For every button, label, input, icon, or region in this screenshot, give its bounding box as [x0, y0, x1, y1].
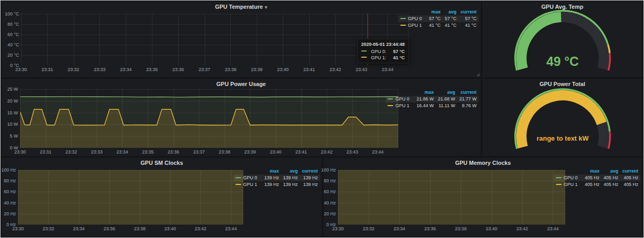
legend-series-gpu-1[interactable]: GPU 1: [554, 181, 583, 188]
legend-series-gpu-0[interactable]: GPU 0: [398, 15, 427, 22]
x-axis-label: 23:34: [69, 226, 89, 231]
panel-header[interactable]: GPU SM Clocks: [2, 158, 322, 168]
legend-series-gpu-0[interactable]: GPU 0: [385, 96, 414, 103]
x-axis-label: 23:32: [38, 226, 59, 231]
y-axis-label: 10 W: [1, 122, 18, 127]
legend-row: GPU 0 139 Hz 139 Hz 139 Hz: [233, 175, 320, 181]
legend-header-max[interactable]: max: [583, 168, 602, 175]
x-axis-label: 23:37: [194, 67, 215, 72]
legend-header-avg[interactable]: avg: [601, 168, 620, 175]
legend-current-value: 21.77 W: [457, 96, 479, 103]
x-axis-label: 23:31: [36, 149, 56, 155]
x-axis-label: 23:39: [246, 67, 267, 72]
y-axis-label: 60 Hz: [0, 189, 16, 194]
gauge-value-text: range to text kW: [536, 134, 589, 142]
x-axis-label: 23:41: [291, 149, 312, 155]
panel-gpu-memory-clocks: GPU Memory Clocks max avg current GPU 0 …: [324, 158, 642, 236]
tooltip-row: GPU 1:41 °C: [361, 55, 405, 61]
x-axis-label: 23:34: [115, 67, 136, 72]
legend-series-gpu-0[interactable]: GPU 0: [554, 175, 583, 181]
panel-header[interactable]: GPU Avg. Temp: [482, 2, 642, 12]
panel-gpu-sm-clocks: GPU SM Clocks max avg current GPU 0 139 …: [2, 158, 322, 236]
legend-avg-value: 405 Hz: [601, 175, 620, 181]
tooltip-series-name: GPU 0:: [371, 48, 386, 55]
panel-gpu-power-usage: GPU Power Usage max avg current GPU 0 21…: [2, 79, 481, 156]
x-axis-label: 23:40: [265, 149, 286, 155]
series-swatch-icon: [387, 105, 393, 106]
legend-series-gpu-1[interactable]: GPU 1: [233, 181, 262, 188]
x-axis-label: 23:40: [160, 226, 180, 231]
panel-header[interactable]: GPU Temperature▾: [2, 2, 481, 12]
legend-header-avg[interactable]: avg: [281, 168, 300, 175]
series-swatch-icon: [235, 177, 241, 178]
x-axis-label: 23:34: [389, 226, 410, 231]
legend-series-gpu-0[interactable]: GPU 0: [233, 175, 262, 181]
panel-title[interactable]: GPU Avg. Temp: [541, 4, 584, 10]
legend-series-gpu-1[interactable]: GPU 1: [385, 103, 414, 109]
legend-header-max[interactable]: max: [262, 168, 281, 175]
legend-header-current[interactable]: current: [620, 168, 640, 175]
x-axis-label: 23:30: [10, 149, 30, 155]
series-swatch-icon: [235, 184, 241, 185]
y-axis-label: 40 Hz: [318, 200, 336, 206]
gauge-gpu-power-total: range to text kW: [506, 87, 619, 152]
legend-header-current[interactable]: current: [300, 168, 320, 175]
x-axis-label: 23:37: [189, 149, 209, 155]
series-fills: [338, 170, 565, 225]
legend-max-value: 21.86 W: [414, 96, 436, 103]
y-axis-label: 15 W: [1, 110, 18, 115]
legend-header-avg[interactable]: avg: [436, 89, 457, 96]
legend-current-value: 41 °C: [459, 22, 479, 29]
legend-row: GPU 0 57 °C 57 °C 57 °C: [398, 15, 479, 22]
series-swatch-icon: [361, 57, 367, 58]
legend-header-max[interactable]: max: [414, 89, 436, 96]
chart-canvas: [21, 14, 409, 65]
tooltip-series-name: GPU 1:: [371, 55, 386, 61]
legend-avg-value: 11.11 W: [436, 103, 457, 109]
chart-plot-area[interactable]: [18, 170, 243, 225]
y-axis-label: 80 Hz: [318, 178, 336, 183]
grafana-dashboard: GPU Temperature▾ max avg current GPU 0 5…: [0, 0, 644, 238]
x-axis-label: 23:36: [420, 226, 440, 231]
chart-tooltip: 2020-05-01 23:44:48 GPU 0:57 °C GPU 1:41…: [357, 39, 409, 63]
x-axis-label: 23:40: [481, 226, 502, 231]
legend-header-row: max avg current: [233, 168, 320, 175]
panel-resize-handle[interactable]: [476, 73, 480, 76]
legend-table: max avg current GPU 0 139 Hz 139 Hz 139 …: [233, 168, 320, 188]
chart-plot-area[interactable]: [338, 170, 565, 225]
panel-header[interactable]: GPU Power Usage: [2, 79, 481, 90]
x-axis-label: 23:41: [299, 67, 319, 72]
legend-header-row: max avg current: [554, 168, 640, 175]
panel-title[interactable]: GPU Power Usage: [216, 81, 266, 87]
panel-title[interactable]: GPU Power Total: [539, 81, 585, 87]
chart-canvas: [20, 89, 398, 148]
panel-title[interactable]: GPU Memory Clocks: [455, 160, 511, 166]
gauge-gpu-avg-temp: 49 °C: [506, 9, 619, 74]
x-axis-label: 23:32: [359, 226, 379, 231]
x-axis-label: 23:38: [220, 67, 241, 72]
legend-series-gpu-1[interactable]: GPU 1: [398, 22, 427, 29]
y-axis-label: 40 Hz: [0, 200, 16, 206]
chart-plot-area[interactable]: [21, 14, 409, 65]
panel-title[interactable]: GPU Temperature: [215, 4, 263, 10]
gauge-value-text: 49 °C: [546, 54, 579, 69]
series-swatch-icon: [556, 184, 562, 185]
legend-table: max avg current GPU 0 21.86 W 21.68 W 21…: [385, 89, 479, 109]
y-axis-label: 20 W: [1, 98, 18, 104]
x-axis-label: 23:38: [214, 149, 235, 155]
legend-header-current[interactable]: current: [457, 89, 479, 96]
x-axis-label: 23:30: [11, 67, 31, 72]
series-fills: [20, 97, 398, 148]
panel-title[interactable]: GPU SM Clocks: [141, 160, 183, 166]
legend-max-value: 41 °C: [427, 22, 443, 29]
panel-header[interactable]: GPU Memory Clocks: [324, 158, 642, 168]
x-axis-label: 23:44: [367, 149, 388, 155]
legend-current-value: 57 °C: [459, 15, 479, 22]
panel-header[interactable]: GPU Power Total: [482, 79, 642, 90]
tooltip-series-value: 41 °C: [389, 55, 405, 61]
chart-plot-area[interactable]: [20, 89, 398, 148]
series-swatch-icon: [556, 177, 562, 178]
x-axis-label: 23:44: [221, 226, 241, 231]
legend-avg-value: 139 Hz: [281, 175, 300, 181]
y-axis-label: 80 °C: [2, 22, 19, 27]
